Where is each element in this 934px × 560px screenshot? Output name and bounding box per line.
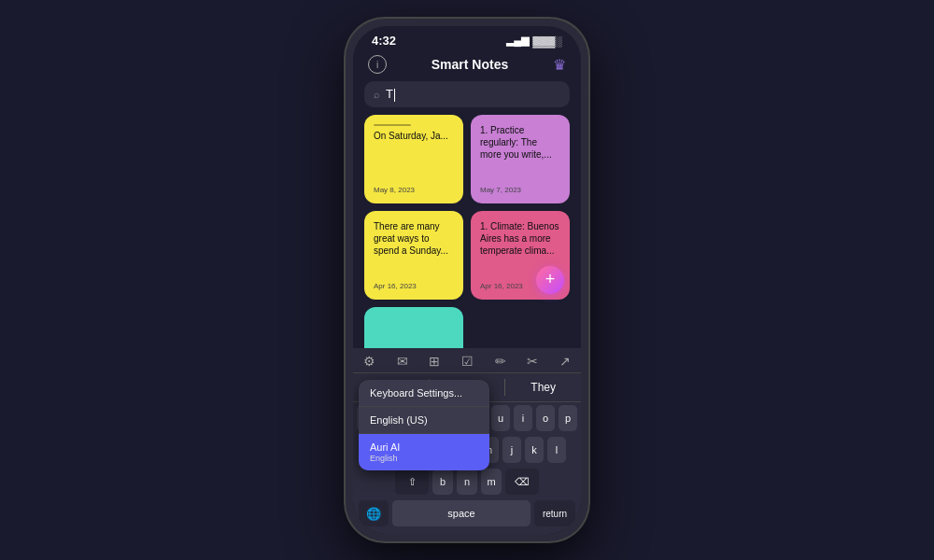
- app-header: i Smart Notes ♛: [353, 51, 581, 81]
- status-icons: ▂▄▆ ▓▓▓░: [506, 35, 562, 47]
- note-text-4: 1. Climate: Buenos Aires has a more temp…: [480, 220, 560, 257]
- key-shift[interactable]: ⇧: [395, 469, 429, 495]
- return-label: return: [543, 509, 567, 519]
- settings-icon[interactable]: ⚙: [363, 354, 375, 369]
- key-b[interactable]: b: [432, 469, 453, 495]
- search-bar[interactable]: ⌕ T: [364, 81, 570, 107]
- share-icon[interactable]: ↗: [559, 354, 571, 369]
- edit-icon[interactable]: ✏: [495, 354, 506, 369]
- search-text: T: [386, 87, 395, 102]
- mail-icon[interactable]: ✉: [397, 354, 408, 369]
- lang-option-english-us[interactable]: English (US): [359, 407, 489, 434]
- key-i[interactable]: i: [514, 405, 532, 431]
- note-card-2[interactable]: 1. Practice regularly: The more you writ…: [471, 115, 570, 203]
- note-date-1: May 8, 2023: [374, 186, 454, 194]
- key-backspace[interactable]: ⌫: [505, 469, 539, 495]
- key-row-3: ⇧ b n m ⌫: [353, 466, 581, 497]
- note-card-1[interactable]: On Saturday, Ja... May 8, 2023: [364, 115, 463, 203]
- return-key[interactable]: return: [534, 500, 575, 526]
- language-popup[interactable]: Keyboard Settings... English (US) Auri A…: [359, 380, 489, 470]
- scissors-icon[interactable]: ✂: [527, 354, 538, 369]
- note-4-container: 1. Climate: Buenos Aires has a more temp…: [471, 211, 570, 300]
- app-title: Smart Notes: [432, 57, 508, 72]
- key-l[interactable]: l: [547, 437, 566, 463]
- space-label: space: [447, 508, 474, 519]
- image-icon[interactable]: ⊞: [429, 354, 440, 369]
- key-j[interactable]: j: [502, 437, 521, 463]
- note-date-2: May 7, 2023: [480, 186, 560, 194]
- key-n[interactable]: n: [457, 469, 477, 495]
- note-card-5[interactable]: [364, 307, 463, 348]
- lang-option-keyboard-settings[interactable]: Keyboard Settings...: [359, 380, 489, 407]
- key-p[interactable]: p: [559, 405, 577, 431]
- status-time: 4:32: [372, 34, 396, 48]
- key-u[interactable]: u: [491, 405, 510, 431]
- wifi-icon: ▂▄▆: [506, 35, 529, 47]
- note-text-1: On Saturday, Ja...: [374, 130, 454, 142]
- key-o[interactable]: o: [536, 405, 555, 431]
- search-icon: ⌕: [374, 89, 380, 100]
- note-text-2: 1. Practice regularly: The more you writ…: [480, 124, 560, 161]
- add-note-button[interactable]: +: [536, 266, 564, 294]
- space-key[interactable]: space: [392, 500, 531, 526]
- phone-frame: 4:32 ▂▄▆ ▓▓▓░ i Smart Notes ♛ ⌕ T: [346, 19, 588, 541]
- toolbar: ⚙ ✉ ⊞ ☑ ✏ ✂ ↗: [353, 348, 581, 372]
- status-bar: 4:32 ▂▄▆ ▓▓▓░: [353, 26, 581, 51]
- keyboard[interactable]: q w e r t y u i o p a s d f g h j: [353, 402, 581, 534]
- keyboard-bottom: 🌐 space return: [353, 497, 581, 534]
- notes-grid: On Saturday, Ja... May 8, 2023 1. Practi…: [353, 115, 581, 348]
- note-text-3: There are many great ways to spend a Sun…: [374, 220, 454, 257]
- phone-screen: 4:32 ▂▄▆ ▓▓▓░ i Smart Notes ♛ ⌕ T: [353, 26, 581, 534]
- checklist-icon[interactable]: ☑: [461, 354, 474, 369]
- crown-icon[interactable]: ♛: [553, 56, 566, 74]
- key-m[interactable]: m: [481, 469, 502, 495]
- note-card-3[interactable]: There are many great ways to spend a Sun…: [364, 211, 463, 300]
- suggestion-3[interactable]: They: [505, 379, 581, 396]
- info-icon: i: [376, 60, 378, 70]
- note-date-3: Apr 16, 2023: [374, 282, 454, 290]
- globe-icon: 🌐: [366, 507, 381, 521]
- battery-icon: ▓▓▓░: [532, 35, 562, 47]
- globe-key[interactable]: 🌐: [359, 500, 389, 526]
- info-button[interactable]: i: [368, 55, 387, 74]
- note-line: [374, 124, 411, 126]
- add-icon: +: [545, 270, 556, 289]
- key-k[interactable]: k: [525, 437, 544, 463]
- lang-option-auri-ai[interactable]: Auri AI English: [359, 434, 489, 470]
